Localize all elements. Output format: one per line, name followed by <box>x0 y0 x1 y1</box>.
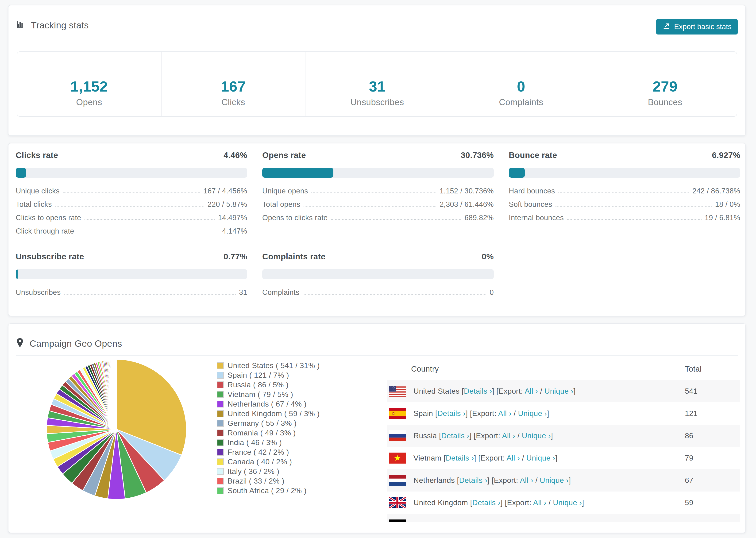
details-link[interactable]: Details › <box>459 476 487 484</box>
geo-table-row-de: Germany [Details ›] [Export: All › / Uni… <box>387 514 740 522</box>
legend-swatch <box>217 372 224 379</box>
legend-label: United Kingdom ( 59 / 3% ) <box>228 409 320 418</box>
export-unique-link[interactable]: Unique › <box>553 498 582 507</box>
export-basic-stats-button[interactable]: Export basic stats <box>656 19 738 34</box>
bracket: ] <box>555 454 557 462</box>
rate-row: Internal bounces19 / 6.81% <box>509 209 740 222</box>
geo-table-rows: United States [Details ›] [Export: All ›… <box>387 380 740 522</box>
bracket: ] [ <box>487 476 494 484</box>
rate-row: Unsubscribes31 <box>16 283 247 297</box>
geo-row-total: 541 <box>685 387 698 396</box>
tracking-stats-title-row: Tracking stats <box>16 5 89 45</box>
rate-row-value: 167 / 4.456% <box>203 187 247 195</box>
export-all-link[interactable]: All › <box>507 454 520 462</box>
rate-row-value: 4.147% <box>222 227 247 236</box>
rate-panel-clicks-rate: Clicks rate4.46%Unique clicks167 / 4.456… <box>16 150 247 236</box>
export-unique-link[interactable]: Unique › <box>522 431 551 440</box>
details-link[interactable]: Details › <box>464 387 492 395</box>
export-unique-link[interactable]: Unique › <box>540 476 569 484</box>
export-unique-link[interactable]: Unique › <box>530 521 559 522</box>
legend-label: Russia ( 86 / 5% ) <box>228 381 289 389</box>
rate-rows: Hard bounces242 / 86.738%Soft bounces18 … <box>509 182 740 222</box>
export-all-link[interactable]: All › <box>520 476 533 484</box>
pie-slice-other <box>116 359 117 429</box>
rate-panel-title: Unsubscribe rate <box>16 252 84 261</box>
export-all-link[interactable]: All › <box>510 521 523 522</box>
dotted-leader <box>63 192 200 193</box>
legend-item-russia: Russia ( 86 / 5% ) <box>217 380 320 390</box>
progress-track <box>16 269 247 279</box>
details-link[interactable]: Details › <box>446 454 474 462</box>
campaign-stats-page: { "accent": "#16889f", "link_color": "#2… <box>0 0 756 538</box>
legend-label: United States ( 541 / 31% ) <box>228 361 320 370</box>
legend-label: Netherlands ( 67 / 4% ) <box>228 400 306 408</box>
legend-swatch <box>217 449 224 456</box>
rate-row-label: Internal bounces <box>509 214 564 222</box>
geo-row-total: 121 <box>685 409 698 418</box>
export-label: Export: <box>476 431 502 440</box>
country-name: Germany <box>413 521 447 522</box>
geo-table-header: Country Total <box>387 358 740 380</box>
export-label: Export: <box>499 387 525 395</box>
flag-gb-icon <box>389 497 406 508</box>
stat-cell-bounces: 279Bounces <box>593 52 737 116</box>
legend-item-italy: Italy ( 36 / 2% ) <box>217 467 320 476</box>
bracket: ] <box>551 431 553 440</box>
export-all-link[interactable]: All › <box>525 387 538 395</box>
legend-swatch <box>217 478 224 484</box>
rate-row-value: 1,152 / 30.736% <box>440 187 494 195</box>
rate-panel-complaints-rate: Complaints rate0%Complaints0 <box>262 252 494 297</box>
legend-item-india: India ( 46 / 3% ) <box>217 438 320 447</box>
dotted-leader <box>556 206 712 207</box>
bracket: ] [ <box>477 521 484 522</box>
rate-panel-opens-rate: Opens rate30.736%Unique opens1,152 / 30.… <box>262 150 494 236</box>
slash: / <box>512 409 518 418</box>
geo-row-text: Russia [Details ›] [Export: All › / Uniq… <box>413 431 553 440</box>
geo-row-text: Vietnam [Details ›] [Export: All › / Uni… <box>413 454 558 462</box>
geo-row-total: 79 <box>685 454 693 462</box>
legend-swatch <box>217 439 224 446</box>
export-icon <box>662 22 670 32</box>
country-name: Spain <box>413 409 435 418</box>
export-unique-link[interactable]: Unique › <box>526 454 556 462</box>
slash: / <box>515 431 522 440</box>
bracket: ] [ <box>501 498 507 507</box>
stat-cell-opens: 1,152Opens <box>17 52 161 116</box>
details-link[interactable]: Details › <box>472 498 501 507</box>
geo-row-total: 86 <box>685 431 693 440</box>
rate-panel-head: Opens rate30.736% <box>262 150 494 161</box>
export-all-link[interactable]: All › <box>533 498 547 507</box>
rate-row-label: Complaints <box>262 288 299 297</box>
bar-chart-icon <box>16 20 26 31</box>
stat-cell-unsubscribes: 31Unsubscribes <box>305 52 449 116</box>
details-link[interactable]: Details › <box>437 409 465 418</box>
rate-row: Total clicks220 / 5.87% <box>16 195 247 209</box>
page-title: Tracking stats <box>31 20 89 30</box>
export-unique-link[interactable]: Unique › <box>518 409 547 418</box>
legend-label: Italy ( 36 / 2% ) <box>228 467 279 476</box>
stat-value: 0 <box>449 78 593 95</box>
export-unique-link[interactable]: Unique › <box>544 387 573 395</box>
progress-track <box>16 168 247 178</box>
rate-panel-value: 6.927% <box>712 150 740 160</box>
legend-swatch <box>217 420 224 427</box>
rate-panel-value: 0% <box>482 252 494 261</box>
country-name: Russia <box>413 431 439 440</box>
progress-fill <box>16 168 26 178</box>
geo-row-text: United Kingdom [Details ›] [Export: All … <box>413 498 584 507</box>
legend-swatch <box>217 381 224 388</box>
rate-row-label: Unique clicks <box>16 187 60 195</box>
stat-value: 167 <box>162 78 305 95</box>
dotted-leader <box>331 219 461 220</box>
rate-row-value: 14.497% <box>218 214 247 222</box>
rate-row-value: 18 / 0% <box>715 200 740 209</box>
stat-value: 31 <box>305 78 449 95</box>
export-all-link[interactable]: All › <box>498 409 512 418</box>
legend-swatch <box>217 458 224 465</box>
stat-label: Bounces <box>593 97 737 107</box>
export-label: Export: <box>494 476 520 484</box>
details-link[interactable]: Details › <box>441 431 469 440</box>
legend-swatch <box>217 430 224 436</box>
export-all-link[interactable]: All › <box>502 431 515 440</box>
details-link[interactable]: Details › <box>449 521 477 522</box>
